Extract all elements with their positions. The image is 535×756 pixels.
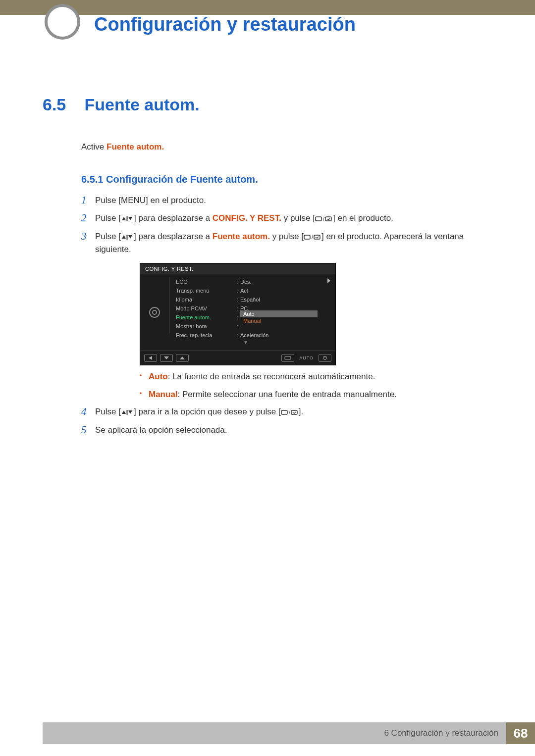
osd-row: Idioma:Español <box>169 295 322 304</box>
osd-label: Fuente autom. <box>176 314 235 320</box>
auto-label: AUTO <box>297 355 316 360</box>
svg-rect-23 <box>291 410 297 414</box>
svg-rect-11 <box>314 235 320 239</box>
bullet-list: • Auto: La fuente de entrada se reconoce… <box>140 370 481 401</box>
osd-option: Manual <box>240 317 318 324</box>
steps-list: 1 Pulse [MENU] en el producto. 2 Pulse [… <box>81 194 481 437</box>
osd-row: ECO:Des. <box>169 277 322 286</box>
gear-icon <box>149 307 160 318</box>
subsection-title: 6.5.1 Configuración de Fuente autom. <box>81 174 481 185</box>
top-bar <box>0 0 535 15</box>
step-5: 5 Se aplicará la opción seleccionada. <box>81 424 481 437</box>
footer-chapter: 6 Configuración y restauración <box>43 722 506 744</box>
step-number: 5 <box>81 424 95 436</box>
svg-marker-8 <box>128 235 132 239</box>
svg-rect-15 <box>285 356 291 359</box>
down-icon <box>160 354 173 362</box>
chevron-right-icon <box>327 278 330 283</box>
svg-marker-13 <box>164 356 169 359</box>
bullet-text: Manual: Permite seleccionar una fuente d… <box>149 388 397 401</box>
bullet-item: • Manual: Permite seleccionar una fuente… <box>140 388 481 401</box>
back-icon <box>144 354 157 362</box>
svg-marker-12 <box>149 356 152 360</box>
step-text: Pulse [] para desplazarse a Fuente autom… <box>95 230 481 256</box>
step-text: Pulse [MENU] en el producto. <box>95 194 206 207</box>
svg-rect-5 <box>325 217 331 221</box>
text: : Permite seleccionar una fuente de entr… <box>178 390 397 399</box>
step-2: 2 Pulse [] para desplazarse a CONFIG. Y … <box>81 212 481 225</box>
svg-marker-2 <box>128 217 132 220</box>
text: Se aplicará la opción seleccionada. <box>95 425 227 435</box>
osd-row: Transp. menú:Act. <box>169 286 322 295</box>
highlight: CONFIG. Y REST. <box>213 213 281 223</box>
highlight: Manual <box>149 390 178 399</box>
svg-marker-18 <box>122 410 126 414</box>
step-number: 2 <box>81 212 95 224</box>
osd-label: Modo PC/AV <box>176 305 235 311</box>
page-footer: 6 Configuración y restauración 68 <box>43 722 535 744</box>
svg-marker-0 <box>122 217 126 220</box>
intro-text: Active Fuente autom. <box>81 142 481 152</box>
osd-left-panel <box>140 274 169 350</box>
step-text: Se aplicará la opción seleccionada. <box>95 424 227 437</box>
svg-rect-1 <box>126 216 127 221</box>
osd-option-selected: Auto <box>240 310 318 317</box>
step-number: 4 <box>81 405 95 418</box>
osd-options: Auto Manual <box>240 310 318 324</box>
text: ]. <box>299 407 303 416</box>
osd-value: Aceleración <box>240 332 318 338</box>
text: Pulse [ <box>95 407 121 416</box>
section-title: Fuente autom. <box>84 95 199 114</box>
text: ] para desplazarse a <box>134 213 213 223</box>
bullet-text: Auto: La fuente de entrada se reconocerá… <box>149 370 375 383</box>
osd-value: Des. <box>240 279 318 285</box>
source-enter-icon: / <box>281 409 299 415</box>
source-enter-icon: / <box>315 216 333 222</box>
up-down-icon <box>121 409 134 415</box>
step-number: 1 <box>81 194 95 206</box>
up-down-icon <box>121 216 134 222</box>
svg-text:/: / <box>312 234 314 240</box>
power-icon <box>319 354 331 362</box>
osd-label: Mostrar hora <box>176 323 235 329</box>
text: ] para desplazarse a <box>134 232 213 241</box>
text: ] para ir a la opción que desee y pulse … <box>134 407 281 416</box>
step-3: 3 Pulse [] para desplazarse a Fuente aut… <box>81 230 481 256</box>
osd-title: CONFIG. Y REST. <box>140 263 335 274</box>
text: Pulse [ <box>95 196 121 205</box>
osd-menu: CONFIG. Y REST. ECO:Des. Transp. menú:Ac… <box>140 263 336 365</box>
section-body: 6.5 Fuente autom. Active Fuente autom. 6… <box>43 95 481 442</box>
page-number: 68 <box>506 722 535 744</box>
intro-pre: Active <box>81 142 107 151</box>
svg-text:/: / <box>323 216 325 222</box>
step-text: Pulse [] para ir a la opción que desee y… <box>95 405 303 418</box>
osd-footer: AUTO <box>140 350 335 365</box>
bullet-dot-icon: • <box>140 388 149 401</box>
osd-row-active: Fuente autom.: Auto Manual <box>169 313 322 322</box>
svg-rect-19 <box>126 410 127 415</box>
bullet-dot-icon: • <box>140 370 149 383</box>
up-icon <box>176 354 189 362</box>
enter-icon <box>281 354 294 362</box>
osd-label: Transp. menú <box>176 288 235 294</box>
chapter-title: Configuración y restauración <box>94 14 356 35</box>
chevron-down-icon: ▼ <box>169 340 322 347</box>
source-enter-icon: / <box>304 234 321 240</box>
osd-right-panel <box>322 274 335 350</box>
osd-body: ECO:Des. Transp. menú:Act. Idioma:Españo… <box>140 274 335 350</box>
svg-rect-7 <box>126 235 127 240</box>
svg-marker-20 <box>128 410 132 414</box>
svg-marker-6 <box>122 235 126 239</box>
osd-row: Frec. rep. tecla:Aceleración <box>169 331 322 340</box>
intro-highlight: Fuente autom. <box>107 142 164 151</box>
bullet-item: • Auto: La fuente de entrada se reconoce… <box>140 370 481 383</box>
svg-text:/: / <box>289 409 291 415</box>
step-text: Pulse [] para desplazarse a CONFIG. Y RE… <box>95 212 393 225</box>
text: y pulse [ <box>281 213 315 223</box>
svg-rect-9 <box>304 235 310 239</box>
osd-label: ECO <box>176 279 235 285</box>
osd-label: Frec. rep. tecla <box>176 332 235 338</box>
osd-list: ECO:Des. Transp. menú:Act. Idioma:Españo… <box>169 274 322 350</box>
svg-marker-14 <box>180 356 185 359</box>
text: : La fuente de entrada se reconocerá aut… <box>168 372 375 381</box>
